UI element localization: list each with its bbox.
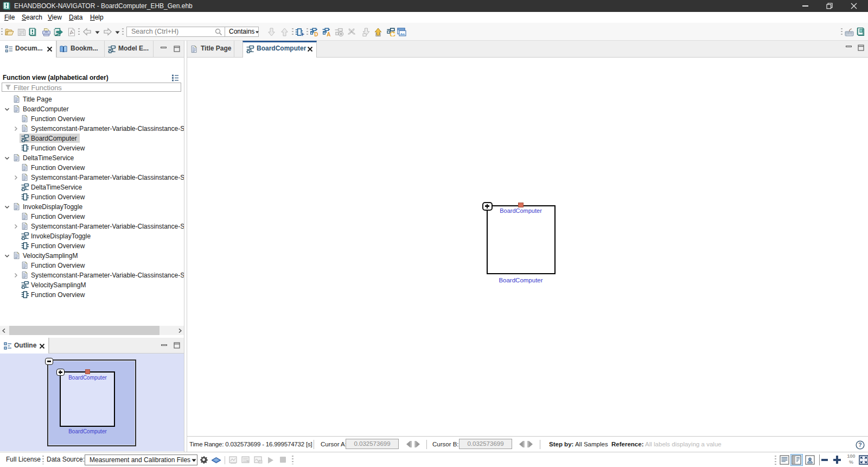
svg-text:A: A [327, 31, 330, 37]
svg-text:?: ? [858, 441, 861, 448]
svg-text:D: D [314, 31, 318, 37]
